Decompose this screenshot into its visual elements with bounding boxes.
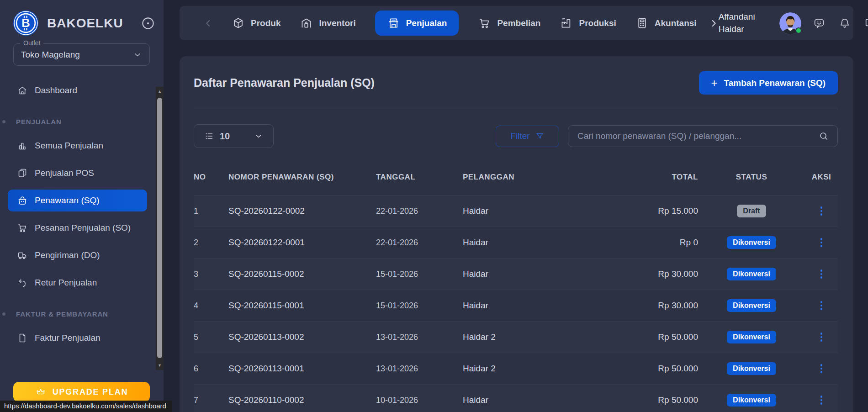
nav-tab-produk[interactable]: Produk: [232, 16, 281, 30]
page-size-select[interactable]: 10: [194, 124, 274, 148]
sidebar-item-pengiriman-do[interactable]: Pengiriman (DO): [8, 244, 147, 266]
cell-nomor: SQ-20260115-0001: [228, 301, 376, 311]
pos-monitor-icon[interactable]: [864, 17, 868, 30]
sidebar-scrollbar[interactable]: ▲ ▼: [156, 87, 164, 370]
status-badge: Draft: [737, 205, 766, 217]
notifications-bell-icon[interactable]: [838, 17, 851, 30]
sidebar-item-pesanan-penjualan-so[interactable]: Pesanan Penjualan (SO): [8, 217, 147, 239]
sidebar-item-penjualan-pos[interactable]: Penjualan POS: [8, 162, 147, 184]
user-cluster: Affandani Haidar: [719, 11, 868, 35]
cell-nomor: SQ-20260113-0001: [228, 364, 376, 374]
col-header-pelanggan: PELANGGAN: [463, 173, 610, 182]
nav-tab-inventori[interactable]: Inventori: [300, 16, 355, 30]
table-row: 6 SQ-20260113-0001 13-01-2026 Haidar 2 R…: [194, 353, 838, 385]
cell-nomor: SQ-20260122-0002: [228, 206, 376, 216]
outlet-selector[interactable]: Outlet Toko Magelang: [13, 43, 150, 66]
search-icon[interactable]: [818, 131, 829, 142]
brand-name: BAKOELKU: [47, 16, 123, 31]
cell-total: Rp 0: [610, 238, 698, 248]
cell-pelanggan: Haidar: [463, 269, 610, 279]
nav-tab-penjualan[interactable]: Penjualan: [375, 11, 459, 36]
cell-tanggal: 10-01-2026: [376, 396, 463, 405]
upgrade-plan-button[interactable]: UPGRADE PLAN: [13, 382, 150, 402]
sidebar-item-penawaran-sq[interactable]: Penawaran (SQ): [8, 190, 147, 211]
nav-tab-pembelian[interactable]: Pembelian: [478, 16, 540, 30]
cell-tanggal: 13-01-2026: [376, 333, 463, 342]
page-title: Daftar Penawaran Penjualan (SQ): [194, 76, 375, 90]
sidebar-item-retur-penjualan[interactable]: Retur Penjualan: [8, 272, 147, 294]
add-quotation-button[interactable]: + Tambah Penawaran (SQ): [699, 71, 838, 95]
outlet-label: Outlet: [20, 39, 43, 47]
cell-pelanggan: Haidar: [463, 301, 610, 311]
feedback-chat-icon[interactable]: [813, 17, 826, 30]
shopping-cart-icon: [478, 16, 491, 30]
search-box: [568, 125, 838, 147]
sidebar-item-label: Penawaran (SQ): [35, 195, 100, 206]
row-actions-kebab-icon[interactable]: [818, 298, 826, 313]
nav-tab-produksi[interactable]: Produksi: [560, 16, 616, 30]
section-label: FAKTUR & PEMBAYARAN: [16, 310, 108, 318]
warehouse-icon: [300, 16, 313, 30]
col-header-aksi: AKSI: [805, 173, 838, 182]
sidebar-item-label: Semua Penjualan: [35, 141, 103, 151]
search-input[interactable]: [577, 131, 818, 141]
scrollbar-thumb[interactable]: [157, 98, 162, 358]
shopping-cart-icon: [17, 222, 28, 233]
filter-label: Filter: [510, 131, 529, 141]
online-status-dot: [795, 27, 802, 34]
filter-funnel-icon: [535, 132, 545, 141]
top-navigation: Produk Inventori Penjualan Pembelian Pro…: [180, 6, 853, 40]
nav-tab-akuntansi[interactable]: Akuntansi: [635, 16, 697, 30]
cell-tanggal: 15-01-2026: [376, 301, 463, 311]
user-name: Affandani Haidar: [719, 11, 768, 35]
sidebar-item-label: Pesanan Penjualan (SO): [35, 223, 131, 233]
sidebar-toggle-icon[interactable]: [140, 16, 156, 31]
row-actions-kebab-icon[interactable]: [818, 235, 826, 250]
sidebar-item-label: Faktur Penjualan: [35, 333, 101, 343]
cell-no: 5: [194, 333, 228, 342]
col-header-no: NO: [194, 173, 228, 182]
sidebar-item-semua-penjualan[interactable]: Semua Penjualan: [8, 135, 147, 157]
scrollbar-up-arrow[interactable]: ▲: [156, 87, 164, 96]
cell-nomor: SQ-20260122-0001: [228, 238, 376, 248]
row-actions-kebab-icon[interactable]: [818, 267, 826, 281]
nav-tab-label: Penjualan: [406, 18, 447, 28]
col-header-total: TOTAL: [610, 173, 698, 182]
row-actions-kebab-icon[interactable]: [818, 393, 826, 407]
factory-icon: [560, 16, 573, 30]
quotations-table: NO NOMOR PENAWARAN (SQ) TANGGAL PELANGGA…: [194, 159, 838, 412]
cell-no: 6: [194, 364, 228, 374]
sidebar-item-label: Retur Penjualan: [35, 278, 97, 288]
sidebar-item-faktur-penjualan[interactable]: Faktur Penjualan: [8, 327, 147, 349]
sidebar-item-label: Dashboard: [35, 85, 77, 95]
shopping-basket-icon: [17, 195, 28, 206]
outlet-value: Toko Magelang: [21, 50, 80, 60]
filter-button[interactable]: Filter: [496, 126, 559, 147]
table-row: 5 SQ-20260113-0002 13-01-2026 Haidar 2 R…: [194, 322, 838, 353]
row-actions-kebab-icon[interactable]: [818, 361, 826, 376]
section-dot-icon: [2, 120, 5, 123]
cell-tanggal: 22-01-2026: [376, 206, 463, 216]
nav-scroll-left-icon[interactable]: [203, 18, 213, 28]
cell-tanggal: 13-01-2026: [376, 364, 463, 374]
cell-tanggal: 15-01-2026: [376, 269, 463, 279]
pos-terminal-icon: [17, 168, 28, 179]
cell-no: 1: [194, 206, 228, 216]
user-avatar[interactable]: [779, 12, 801, 34]
storefront-icon: [387, 16, 400, 30]
cell-pelanggan: Haidar 2: [463, 364, 610, 374]
scrollbar-down-arrow[interactable]: ▼: [156, 361, 164, 370]
row-actions-kebab-icon[interactable]: [818, 204, 826, 218]
table-row: 1 SQ-20260122-0002 22-01-2026 Haidar Rp …: [194, 195, 838, 227]
cell-pelanggan: Haidar: [463, 206, 610, 216]
status-badge: Dikonversi: [727, 331, 776, 343]
nav-scroll-right-icon[interactable]: [709, 18, 719, 28]
header-icons: [813, 17, 868, 30]
cube-icon: [232, 16, 245, 30]
cell-nomor: SQ-20260115-0002: [228, 269, 376, 279]
upgrade-plan-label: UPGRADE PLAN: [53, 387, 128, 397]
sidebar-item-dashboard[interactable]: Dashboard: [8, 79, 147, 101]
row-actions-kebab-icon[interactable]: [818, 330, 826, 344]
cell-pelanggan: Haidar 2: [463, 332, 610, 342]
chevron-down-icon: [254, 132, 263, 141]
